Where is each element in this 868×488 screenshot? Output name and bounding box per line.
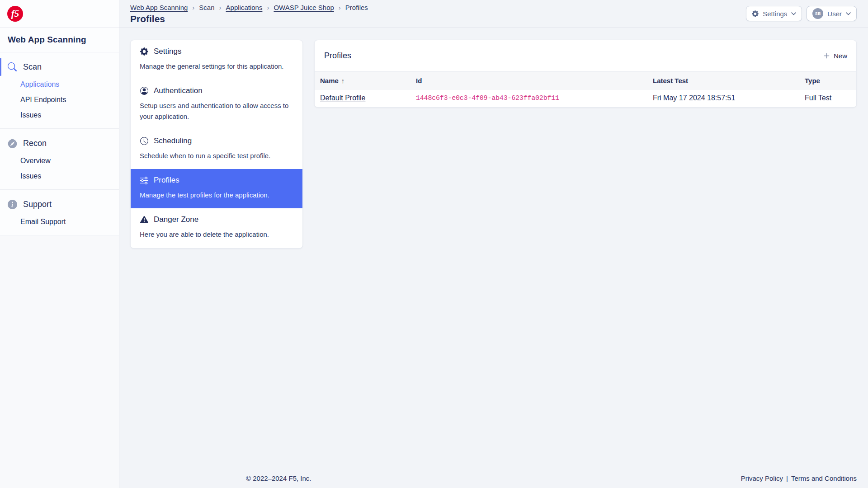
breadcrumb-profiles: Profiles <box>345 4 368 11</box>
breadcrumb-separator: › <box>267 4 269 11</box>
sidebar-item-label: Recon <box>23 139 47 148</box>
sidebar-item-label: Support <box>23 200 52 209</box>
sidebar-item-api-endpoints[interactable]: API Endpoints <box>20 92 119 108</box>
f5-logo[interactable]: f5 <box>7 6 23 22</box>
settings-nav-item-label: Authentication <box>154 86 203 95</box>
column-header-type[interactable]: Type <box>799 72 856 89</box>
column-header-latest-test[interactable]: Latest Test <box>647 72 799 89</box>
plus-icon <box>823 52 830 59</box>
settings-nav-item-danger-zone[interactable]: Danger Zone Here you are able to delete … <box>131 208 302 248</box>
avatar: SB <box>812 8 823 19</box>
footer-links-separator: | <box>786 474 788 482</box>
profile-name-link[interactable]: Default Profile <box>320 94 366 102</box>
sidebar-section-scan: Scan Applications API Endpoints Issues <box>0 52 119 129</box>
sort-ascending-icon: ↑ <box>341 77 345 84</box>
settings-nav-item-description: Manage the test profiles for the applica… <box>140 190 293 200</box>
breadcrumb-separator: › <box>219 4 222 11</box>
profiles-panel-title: Profiles <box>324 51 351 61</box>
logo-cell: f5 <box>0 0 119 28</box>
profile-id: 1448c6f3-e0c3-4f09-ab43-623ffa02bf11 <box>410 89 647 107</box>
settings-nav-item-description: Schedule when to run a specific test pro… <box>140 150 293 161</box>
sidebar-section-recon: Recon Overview Issues <box>0 129 119 190</box>
chevron-down-icon <box>791 12 796 15</box>
new-profile-button-label: New <box>834 52 847 60</box>
compass-icon <box>7 138 17 148</box>
settings-nav-item-scheduling[interactable]: Scheduling Schedule when to run a specif… <box>131 130 302 169</box>
breadcrumb-scan: Scan <box>199 4 214 11</box>
app-title: Web App Scanning <box>0 28 119 52</box>
gear-icon <box>752 10 759 17</box>
sidebar-item-recon-issues[interactable]: Issues <box>20 169 119 184</box>
sidebar-item-applications[interactable]: Applications <box>20 77 119 92</box>
sidebar-item-support[interactable]: Support <box>0 194 119 214</box>
breadcrumb-applications[interactable]: Applications <box>226 4 263 11</box>
settings-nav-item-settings[interactable]: Settings Manage the general settings for… <box>131 40 302 80</box>
sidebar-section-support: Support Email Support <box>0 190 119 235</box>
person-circle-icon <box>140 87 148 95</box>
sliders-icon <box>140 176 148 185</box>
settings-nav-item-label: Danger Zone <box>154 215 198 224</box>
settings-button[interactable]: Settings <box>746 6 802 21</box>
warning-triangle-icon <box>140 216 148 224</box>
settings-button-label: Settings <box>763 10 787 18</box>
clock-icon <box>140 136 148 145</box>
column-header-name[interactable]: Name↑ <box>315 72 410 89</box>
settings-nav-item-profiles[interactable]: Profiles Manage the test profiles for th… <box>131 169 302 208</box>
privacy-policy-link[interactable]: Privacy Policy <box>741 474 783 482</box>
profiles-panel: Profiles New Name↑ Id Latest T <box>314 40 857 108</box>
settings-nav-item-label: Settings <box>154 47 181 56</box>
sidebar-item-scan[interactable]: Scan <box>0 57 119 77</box>
info-icon <box>7 199 17 209</box>
settings-nav-item-label: Scheduling <box>154 136 192 145</box>
sidebar-item-label: Scan <box>23 62 42 72</box>
page-title: Profiles <box>130 14 368 24</box>
breadcrumb-separator: › <box>339 4 341 11</box>
settings-nav-item-description: Setup users and authentication to allow … <box>140 100 293 122</box>
user-button-label: User <box>827 10 842 18</box>
breadcrumb-web-app-scanning[interactable]: Web App Scanning <box>130 4 188 11</box>
footer: © 2022–2024 F5, Inc. Privacy Policy | Te… <box>239 468 868 488</box>
settings-nav-item-authentication[interactable]: Authentication Setup users and authentic… <box>131 80 302 130</box>
settings-nav-item-description: Manage the general settings for this app… <box>140 61 293 71</box>
breadcrumb-separator: › <box>192 4 194 11</box>
search-icon <box>7 62 17 72</box>
terms-and-conditions-link[interactable]: Terms and Conditions <box>791 474 857 482</box>
settings-nav-item-label: Profiles <box>154 176 179 185</box>
breadcrumb: Web App Scanning › Scan › Applications ›… <box>130 4 368 11</box>
sidebar-item-email-support[interactable]: Email Support <box>20 214 119 230</box>
sidebar-item-overview[interactable]: Overview <box>20 153 119 169</box>
f5-logo-text: f5 <box>11 8 19 19</box>
gear-icon <box>140 47 148 56</box>
sidebar-item-recon[interactable]: Recon <box>0 133 119 153</box>
settings-nav-item-description: Here you are able to delete the applicat… <box>140 229 293 239</box>
column-header-id[interactable]: Id <box>410 72 647 89</box>
new-profile-button[interactable]: New <box>823 52 847 60</box>
breadcrumb-owasp-juice-shop[interactable]: OWASP Juice Shop <box>274 4 334 11</box>
table-header-row: Name↑ Id Latest Test Type <box>315 72 856 89</box>
chevron-down-icon <box>846 12 851 15</box>
sidebar-item-scan-issues[interactable]: Issues <box>20 108 119 123</box>
profile-type: Full Test <box>799 89 856 107</box>
sidebar: f5 Web App Scanning Scan Applications AP… <box>0 0 119 488</box>
main-area: Web App Scanning › Scan › Applications ›… <box>119 0 868 488</box>
copyright: © 2022–2024 F5, Inc. <box>246 474 311 482</box>
profiles-table: Name↑ Id Latest Test Type Default Profil… <box>315 71 856 107</box>
table-row: Default Profile 1448c6f3-e0c3-4f09-ab43-… <box>315 89 856 107</box>
app-settings-nav-card: Settings Manage the general settings for… <box>130 40 303 249</box>
user-button[interactable]: SB User <box>807 6 857 21</box>
profile-latest-test: Fri May 17 2024 18:57:51 <box>647 89 799 107</box>
topbar: Web App Scanning › Scan › Applications ›… <box>119 0 868 28</box>
